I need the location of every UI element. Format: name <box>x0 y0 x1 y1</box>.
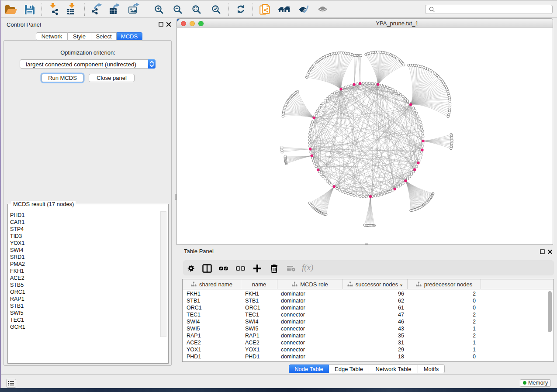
svg-text:f(x): f(x) <box>302 263 313 272</box>
